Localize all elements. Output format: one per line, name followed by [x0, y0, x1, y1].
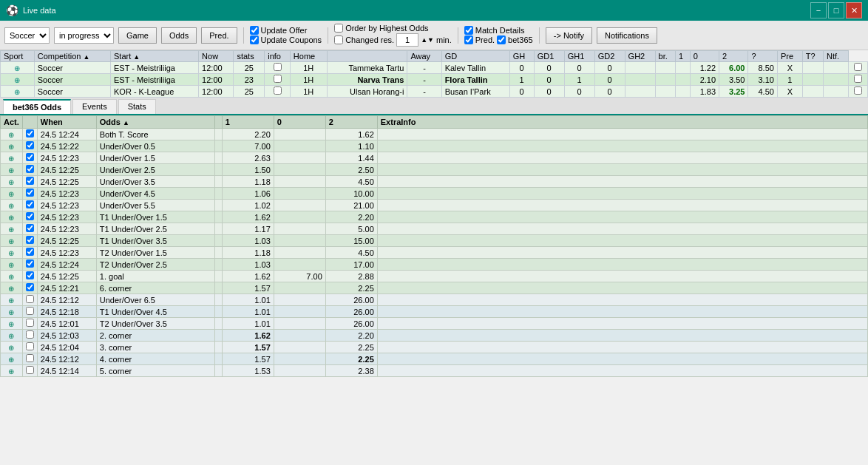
odds-act-btn[interactable]: ⊕: [1, 235, 23, 247]
order-highest-checkbox[interactable]: [334, 24, 343, 33]
odds-checkbox-cell[interactable]: [22, 188, 37, 200]
match-stats-check[interactable]: [265, 74, 291, 86]
sport-select[interactable]: Soccer: [4, 27, 50, 44]
odds-act-btn[interactable]: ⊕: [1, 342, 23, 353]
odds-checkbox-cell[interactable]: [22, 271, 37, 282]
odds-act-btn[interactable]: ⊕: [1, 353, 23, 365]
odds-checkbox-cell[interactable]: [22, 330, 37, 342]
tab-bet365odds[interactable]: bet365 Odds: [3, 99, 71, 114]
odds-act-btn[interactable]: ⊕: [1, 259, 23, 271]
odds-act-btn[interactable]: ⊕: [1, 294, 23, 306]
odds-name: T1 Under/Over 2.5: [96, 223, 214, 235]
match-gh: 0: [534, 74, 564, 86]
match-stats-check[interactable]: [265, 62, 291, 74]
tabs-bar: bet365 Odds Events Stats: [0, 98, 868, 115]
minimize-button[interactable]: −: [810, 2, 827, 18]
odds-col0: [274, 342, 325, 353]
bottom-section: bet365 Odds Events Stats Act. When Odds …: [0, 98, 868, 444]
odds-sort-indicator: [214, 140, 222, 152]
odds-checkbox-cell[interactable]: [22, 365, 37, 377]
game-button[interactable]: Game: [118, 27, 157, 44]
odds-checkbox-cell[interactable]: [22, 140, 37, 152]
odds-act-btn[interactable]: ⊕: [1, 188, 23, 200]
odds-checkbox-cell[interactable]: [22, 176, 37, 188]
odds-act-btn[interactable]: ⊕: [1, 211, 23, 223]
th-odds-sep: [214, 116, 222, 129]
match-stats-check[interactable]: [265, 86, 291, 98]
odds-act-btn[interactable]: ⊕: [1, 140, 23, 152]
pred-button[interactable]: Pred.: [201, 27, 237, 44]
min-label: min.: [436, 35, 452, 44]
odds-sort-indicator: [214, 259, 222, 271]
match-gh2: [655, 62, 676, 74]
match-odd2: 3.10: [748, 74, 777, 86]
odds-table-wrapper[interactable]: Act. When Odds ▲ 1 0 2 ExtraInfo ⊕: [0, 115, 868, 444]
odds-row: ⊕ 24.5 12:03 2. corner 1.62 2.20: [1, 330, 868, 342]
status-select[interactable]: in progress: [54, 27, 114, 44]
th-sport: Sport: [1, 51, 35, 62]
match-ntf[interactable]: [848, 62, 867, 74]
match-competition: EST - Meistriliiga: [110, 62, 198, 74]
odds-checkbox-cell[interactable]: [22, 247, 37, 259]
odds-checkbox-cell[interactable]: [22, 306, 37, 318]
odds-checkbox-cell[interactable]: [22, 235, 37, 247]
odds-checkbox-cell[interactable]: [22, 164, 37, 176]
pred-checkbox[interactable]: [464, 35, 473, 44]
odds-act-btn[interactable]: ⊕: [1, 318, 23, 330]
odds-act-btn[interactable]: ⊕: [1, 365, 23, 377]
odds-col2: 10.00: [325, 188, 377, 200]
odds-checkbox-cell[interactable]: [22, 200, 37, 211]
match-expand[interactable]: ⊕: [1, 86, 35, 98]
maximize-button[interactable]: □: [828, 2, 844, 18]
odds-extra: [377, 164, 867, 176]
odds-name: Under/Over 0.5: [96, 140, 214, 152]
odds-button[interactable]: Odds: [161, 27, 197, 44]
odds-name: Under/Over 4.5: [96, 188, 214, 200]
odds-checkbox-cell[interactable]: [22, 259, 37, 271]
odds-act-btn[interactable]: ⊕: [1, 176, 23, 188]
odds-checkbox-cell[interactable]: [22, 129, 37, 140]
odds-checkbox-cell[interactable]: [22, 353, 37, 365]
min-input[interactable]: [396, 33, 418, 47]
odds-checkbox-cell[interactable]: [22, 223, 37, 235]
match-gh1: 0: [594, 62, 625, 74]
close-button[interactable]: ✕: [846, 2, 862, 18]
odds-act-btn[interactable]: ⊕: [1, 306, 23, 318]
bet365-checkbox[interactable]: [497, 35, 506, 44]
match-ntf[interactable]: [848, 86, 867, 98]
th-2: 2: [719, 51, 748, 62]
match-expand[interactable]: ⊕: [1, 74, 35, 86]
odds-col0: [274, 176, 325, 188]
odds-act-btn[interactable]: ⊕: [1, 129, 23, 140]
odds-act-btn[interactable]: ⊕: [1, 247, 23, 259]
match-ntf[interactable]: [848, 74, 867, 86]
odds-act-btn[interactable]: ⊕: [1, 152, 23, 164]
odds-checkbox-cell[interactable]: [22, 282, 37, 294]
odds-act-btn[interactable]: ⊕: [1, 223, 23, 235]
odds-act-btn[interactable]: ⊕: [1, 271, 23, 282]
tab-stats[interactable]: Stats: [118, 99, 156, 114]
odds-checkbox-cell[interactable]: [22, 294, 37, 306]
notify-button[interactable]: -> Notify: [546, 27, 592, 44]
odds-act-btn[interactable]: ⊕: [1, 282, 23, 294]
odds-col2: 26.00: [325, 294, 377, 306]
match-t: [824, 62, 849, 74]
odds-name: Under/Over 1.5: [96, 152, 214, 164]
odds-act-btn[interactable]: ⊕: [1, 330, 23, 342]
odds-checkbox-cell[interactable]: [22, 211, 37, 223]
match-details-checkbox[interactable]: [464, 26, 473, 35]
odds-sort-indicator: [214, 211, 222, 223]
changed-res-label: Changed res.: [345, 35, 394, 44]
update-offer-checkbox[interactable]: [250, 26, 259, 35]
match-expand[interactable]: ⊕: [1, 62, 35, 74]
odds-act-btn[interactable]: ⊕: [1, 200, 23, 211]
notifications-button[interactable]: Notifications: [597, 27, 657, 44]
odds-checkbox-cell[interactable]: [22, 152, 37, 164]
odds-act-btn[interactable]: ⊕: [1, 164, 23, 176]
tab-events[interactable]: Events: [72, 99, 117, 114]
update-coupons-checkbox[interactable]: [250, 35, 259, 44]
odds-when: 24.5 12:23: [37, 152, 96, 164]
odds-checkbox-cell[interactable]: [22, 318, 37, 330]
odds-checkbox-cell[interactable]: [22, 342, 37, 353]
changed-res-checkbox[interactable]: [334, 35, 343, 44]
